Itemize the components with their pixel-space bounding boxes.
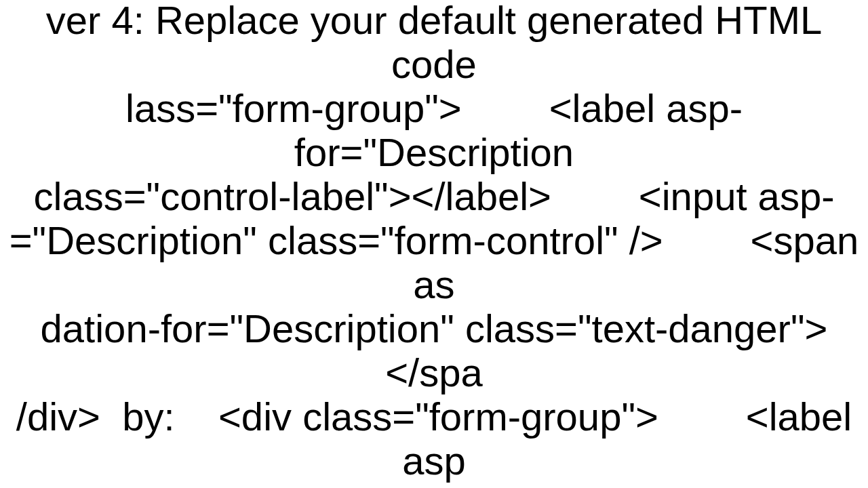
answer-text-block: ver 4: Replace your default generated HT… bbox=[0, 0, 868, 488]
